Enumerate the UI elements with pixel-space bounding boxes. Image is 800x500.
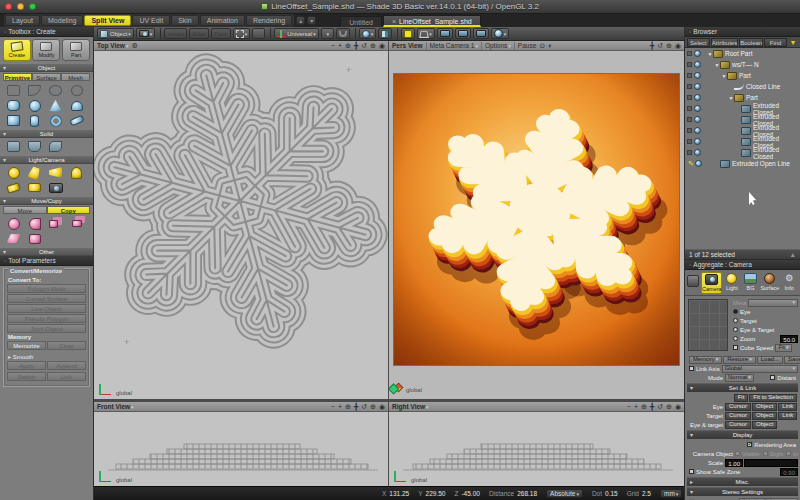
visibility-checkbox[interactable] [687, 84, 692, 89]
visibility-checkbox[interactable] [687, 128, 692, 133]
render-toggle-icon[interactable] [694, 83, 701, 90]
aggregate-tab-surface[interactable]: Surface [760, 272, 779, 292]
visibility-checkbox[interactable] [687, 106, 692, 111]
move-mode-button[interactable]: Move [3, 206, 47, 214]
dolly-icon[interactable]: ◉ [675, 402, 681, 411]
scale-field[interactable]: 1.00 [725, 459, 743, 467]
cylinder-tool-button[interactable] [24, 113, 45, 128]
flood-light-tool-button[interactable] [3, 180, 24, 195]
render-toggle-icon[interactable] [695, 160, 702, 167]
tab-option-up-button[interactable]: ▴ [296, 16, 305, 25]
opengl-preview-button[interactable]: ▾ [491, 28, 510, 39]
zoom-menu-icon[interactable]: ⊕ [345, 402, 351, 411]
smooth-append-button[interactable]: Append [47, 361, 86, 370]
render-toggle-icon[interactable] [694, 127, 701, 134]
document-tab-untitled[interactable]: Untitled [340, 16, 382, 27]
rotate-copy-tool-button[interactable] [3, 216, 24, 231]
zoom-tool-icon[interactable]: ⊕ [370, 402, 376, 411]
shear-copy-tool-button[interactable] [3, 231, 24, 246]
panel-collapse-icon[interactable]: ◦ [4, 28, 6, 35]
convert-pseudo-polygon-button[interactable]: Pseudo Polygon [7, 314, 86, 323]
viewport-right[interactable]: Right View▾ − + ⊕ ╋ ↺ ⊕ ◉ [389, 402, 684, 486]
target-cursor-button[interactable]: Cursor [725, 412, 751, 420]
cube-speed-checkbox[interactable] [733, 345, 738, 350]
visibility-checkbox[interactable] [687, 139, 692, 144]
eye-target-object-button[interactable]: Object [752, 421, 777, 429]
quad-view-button[interactable] [401, 28, 415, 39]
camera-mode-button[interactable]: ▾ [136, 28, 156, 39]
object-tab-primitive[interactable]: Primitive [3, 73, 32, 81]
camera-selector[interactable]: Meta Camera 1 [430, 42, 475, 49]
smooth-section[interactable]: ▸ Smooth [8, 353, 86, 360]
target-object-button[interactable]: Object [752, 412, 777, 420]
zoom-menu-icon[interactable]: ⊕ [345, 41, 351, 50]
mode-dropdown[interactable]: Normal▾ [725, 374, 754, 382]
union-tool-button[interactable] [3, 139, 24, 154]
memory-button[interactable]: Memory▾ [689, 356, 722, 364]
extrude-tool-button[interactable] [24, 139, 45, 154]
browser-tab-attributes[interactable]: Attributes [711, 38, 738, 47]
zoom-out-icon[interactable]: − [331, 41, 335, 50]
render-toggle-icon[interactable] [694, 149, 701, 156]
viewport-menu-icon[interactable]: ▾ [426, 404, 429, 410]
render-toggle-icon[interactable] [694, 61, 701, 68]
manipulator-tool-button[interactable]: ▾ [321, 28, 334, 39]
section-object[interactable]: ▾Object [0, 63, 93, 72]
sync-rotate-button[interactable] [252, 28, 265, 39]
smooth-switch-button[interactable]: Switch [7, 372, 46, 381]
hemisphere-tool-button[interactable] [66, 98, 87, 113]
ring-tool-button[interactable] [66, 83, 87, 98]
cube-speed-dropdown[interactable]: Fit▾ [775, 344, 791, 352]
close-tab-icon[interactable]: × [392, 18, 396, 25]
browser-tab-find[interactable]: Find [764, 38, 787, 47]
target-radio[interactable] [733, 318, 738, 323]
clear-button[interactable]: Clear [47, 341, 86, 350]
aggregate-tab-camera[interactable]: Camera [701, 272, 722, 294]
camera-menu-icon[interactable]: ▾ [475, 43, 478, 49]
browser-tab-select[interactable]: Select [687, 38, 710, 47]
single-view-button[interactable] [437, 28, 453, 39]
torus-tool-button[interactable] [45, 113, 66, 128]
workspace-tab-modeling[interactable]: Modeling [41, 15, 83, 26]
zoom-in-icon[interactable]: + [338, 402, 342, 411]
pan-icon[interactable]: ╋ [650, 41, 654, 50]
z-value[interactable]: -45.00 [461, 490, 479, 497]
set-link-section[interactable]: ▾Set & Link [687, 383, 798, 392]
render-toggle-icon[interactable] [694, 105, 701, 112]
tab-option-down-button[interactable]: ▾ [307, 16, 316, 25]
cone-tool-button[interactable] [45, 98, 66, 113]
right-view-canvas[interactable]: global [389, 412, 684, 486]
object-tab-surface[interactable]: Surface [32, 73, 61, 81]
zoom-tool-icon[interactable]: ⊕ [370, 41, 376, 50]
camera-object-visible-checkbox[interactable] [735, 451, 740, 456]
pan-icon[interactable]: ╋ [354, 402, 358, 411]
y-value[interactable]: 229.50 [426, 490, 446, 497]
rendering-area-checkbox[interactable] [747, 442, 752, 447]
panel-collapse-icon[interactable]: ◦ [689, 261, 691, 268]
zoom-in-icon[interactable]: + [338, 41, 342, 50]
dolly-icon[interactable]: ◉ [675, 41, 681, 50]
zoom-value-field[interactable]: 50.0 [780, 335, 798, 343]
load-button[interactable]: Load... [757, 356, 783, 364]
safe-zone-field[interactable]: 0.90 [780, 468, 798, 476]
eye-target-radio[interactable] [733, 327, 738, 332]
visibility-checkbox[interactable] [687, 117, 692, 122]
mode-part-button[interactable]: Part [62, 39, 90, 61]
section-solid[interactable]: ▾Solid [0, 129, 93, 138]
render-toggle-icon[interactable] [694, 138, 701, 145]
universal-manipulator-button[interactable]: Universal▾ [274, 28, 319, 39]
fit-button[interactable]: Fit [734, 394, 749, 402]
viewport-menu-icon[interactable]: ▾ [126, 43, 129, 49]
directional-light-tool-button[interactable] [45, 165, 66, 180]
grid-value[interactable]: 2.5 [642, 490, 651, 497]
eye-target-cursor-button[interactable]: Cursor [725, 421, 751, 429]
visibility-checkbox[interactable] [687, 51, 692, 56]
pan-icon[interactable]: ╋ [354, 41, 358, 50]
section-light-camera[interactable]: ▾Light/Camera [0, 155, 93, 164]
browser-tab-boolean[interactable]: Boolean [739, 38, 763, 47]
save-button[interactable]: Save... [784, 356, 800, 364]
object-mode-button[interactable]: Object▾ [97, 28, 134, 39]
copy-mode-button[interactable]: Copy [47, 206, 91, 214]
link-axis-checkbox[interactable] [689, 366, 694, 371]
convert-polygon-mesh-button[interactable]: Polygon Mesh [7, 284, 86, 293]
